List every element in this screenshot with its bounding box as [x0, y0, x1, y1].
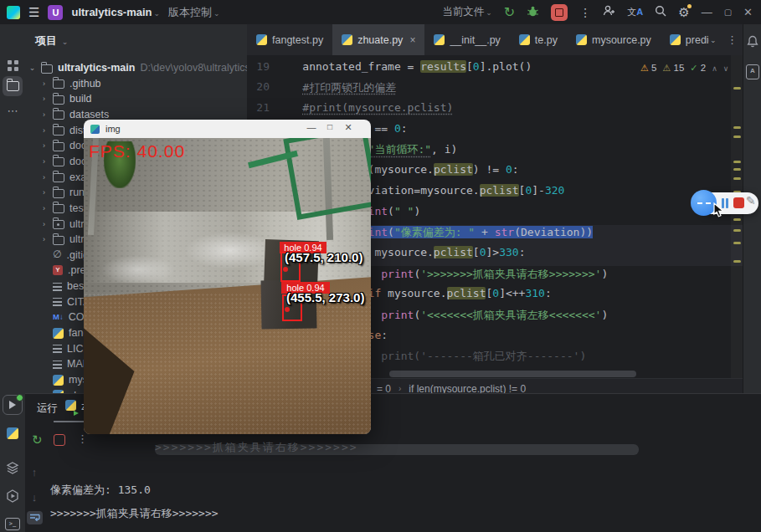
settings-gear-icon[interactable]: ⚙	[678, 6, 689, 19]
services-layers-icon[interactable]	[0, 462, 25, 474]
console-gutter-icon[interactable]: ≡	[25, 528, 44, 532]
stop-console-icon[interactable]	[54, 434, 65, 446]
editor-scrollbar[interactable]	[731, 55, 743, 378]
tree-chevron-icon[interactable]: ›	[40, 126, 48, 135]
annotate-pencil-icon[interactable]: ✎	[746, 194, 756, 207]
tree-chevron-icon[interactable]: ›	[40, 141, 48, 150]
python-file-icon	[670, 34, 681, 45]
img-window-title-bar[interactable]: img — □ ✕	[84, 120, 371, 138]
tree-chevron-icon[interactable]: ›	[40, 188, 48, 197]
python-file-icon	[576, 34, 587, 45]
opencv-img-window[interactable]: img — □ ✕	[84, 120, 371, 434]
editor-tab-zhuate.py[interactable]: zhuate.py×	[332, 24, 424, 55]
code-text: annotated_frame = results[0].plot()	[276, 60, 532, 73]
img-minimize-button[interactable]: —	[305, 122, 318, 132]
tree-chevron-icon[interactable]: ›	[40, 220, 48, 228]
tree-chevron-icon[interactable]: ›	[40, 157, 48, 166]
scrollbar-mark	[733, 161, 741, 163]
more-tool-windows-icon[interactable]: ⋯	[0, 105, 25, 117]
main-menu-icon[interactable]: ☰	[28, 6, 39, 18]
debug-icon[interactable]	[527, 5, 539, 20]
translate-icon[interactable]: 文A	[627, 6, 643, 18]
detection-coordinates: (455.5, 273.0)	[286, 290, 364, 304]
tree-chevron-icon[interactable]: ›	[40, 235, 48, 243]
rerun-console-icon[interactable]: ↻	[32, 432, 43, 448]
code-line-21[interactable]: 21 #print(mysource.pclist)	[247, 101, 743, 122]
more-actions-icon[interactable]: ⋮	[579, 7, 591, 18]
scrollbar-mark	[733, 126, 741, 129]
scrollbar-mark	[733, 87, 741, 90]
detection-coordinates: (457.5, 210.0)	[285, 250, 363, 264]
scrollbar-mark	[733, 218, 741, 221]
editor-tab-fangtest.py[interactable]: fangtest.py	[247, 24, 332, 55]
tree-item-path: D:\dev\yolov8\ultralytics-main	[140, 62, 247, 74]
console-line-move-right: >>>>>>>抓箱夹具请右移>>>>>>>	[50, 506, 219, 521]
fps-overlay: FPS: 40.00	[89, 141, 185, 161]
window-minimize-button[interactable]: —	[702, 6, 712, 18]
tab-label: predictor.py	[686, 34, 709, 46]
pause-icon[interactable]	[726, 198, 728, 208]
editor-tabs: fangtest.pyzhuate.py×__init__.pyte.pymys…	[247, 24, 709, 55]
run-tool-window-icon[interactable]	[0, 395, 25, 415]
notifications-bell-icon[interactable]	[743, 35, 761, 48]
python-console-icon[interactable]	[0, 427, 25, 439]
stop-button[interactable]	[551, 4, 568, 21]
close-tab-icon[interactable]: ×	[409, 34, 415, 46]
tab-list-chevron-icon[interactable]: ⌄	[710, 24, 717, 55]
window-close-button[interactable]: ✕	[743, 6, 753, 18]
inspections-widget[interactable]: ⚠ 5 ⚠ 15 ✓ 2 ∧ ∨	[640, 63, 728, 74]
python-file-icon	[519, 34, 530, 45]
scrollbar-mark	[733, 260, 741, 263]
img-window-title: img	[105, 124, 121, 134]
editor-tab-predictor.py[interactable]: predictor.py	[661, 24, 709, 55]
img-close-button[interactable]: ✕	[342, 122, 355, 133]
tree-chevron-icon[interactable]: ›	[40, 173, 48, 182]
soft-wrap-icon[interactable]	[27, 511, 43, 524]
scroll-down-icon[interactable]: ↓	[25, 491, 44, 504]
editor-tab-bar: fangtest.pyzhuate.py×__init__.pyte.pymys…	[247, 24, 743, 56]
run-configuration-selector[interactable]: 当前文件⌄	[442, 5, 492, 19]
settings-badge	[687, 4, 692, 8]
tree-item-.github[interactable]: ›.github	[25, 76, 247, 91]
python-file-icon	[434, 34, 445, 45]
tree-item-label: ultralytics-main	[58, 62, 135, 74]
vcs-menu[interactable]: 版本控制⌄	[168, 5, 220, 20]
img-maximize-button[interactable]: □	[323, 122, 337, 131]
project-selector[interactable]: ultralytics-main⌄	[71, 6, 160, 18]
tree-chevron-icon[interactable]: ⌄	[28, 64, 36, 72]
run-panel-title[interactable]: 运行	[37, 402, 58, 416]
project-structure-icon[interactable]	[0, 60, 25, 71]
scrollbar-mark	[733, 136, 741, 138]
detection-center-dot	[285, 307, 290, 312]
editor-tab-mysource.py[interactable]: mysource.py	[567, 24, 661, 55]
tree-item-ultralytics-main[interactable]: ⌄ultralytics-main D:\dev\yolov8\ultralyt…	[25, 60, 247, 75]
documentation-icon[interactable]: A	[743, 64, 761, 79]
python-file-icon	[256, 34, 267, 45]
code-line-20[interactable]: 20 #打印两锁孔的偏差	[247, 80, 743, 101]
rerun-icon[interactable]: ↻	[504, 6, 515, 19]
tree-chevron-icon[interactable]: ›	[40, 110, 48, 119]
next-problem-icon[interactable]: ∨	[723, 64, 729, 73]
tree-chevron-icon[interactable]: ›	[40, 95, 48, 103]
tree-chevron-icon[interactable]: ›	[40, 204, 48, 212]
tree-item-build[interactable]: ›build	[25, 91, 247, 106]
tab-options-icon[interactable]: ⋮	[727, 24, 738, 55]
pycharm-logo-icon	[7, 6, 20, 19]
project-tool-window-icon[interactable]	[0, 76, 25, 96]
python-run-icon	[65, 400, 76, 413]
code-with-me-icon[interactable]	[603, 5, 615, 19]
terminal-icon[interactable]: >_	[0, 518, 25, 530]
search-everywhere-icon[interactable]	[655, 5, 666, 19]
window-maximize-button[interactable]: ▢	[724, 8, 732, 17]
console-options-icon[interactable]: ⋮	[77, 432, 88, 445]
scroll-up-icon[interactable]: ↑	[25, 466, 44, 478]
prev-problem-icon[interactable]: ∧	[712, 64, 717, 73]
editor-tab-te.py[interactable]: te.py	[510, 24, 567, 55]
horizontal-scrollbar-thumb[interactable]	[389, 371, 636, 377]
scrollbar-mark	[733, 229, 741, 232]
tree-chevron-icon[interactable]: ›	[40, 79, 48, 88]
editor-tab-__init__.py[interactable]: __init__.py	[424, 24, 509, 55]
run-anything-icon[interactable]	[0, 489, 25, 503]
record-stop-button[interactable]	[733, 197, 744, 208]
project-panel-header[interactable]: 项目 ⌄	[35, 33, 68, 49]
